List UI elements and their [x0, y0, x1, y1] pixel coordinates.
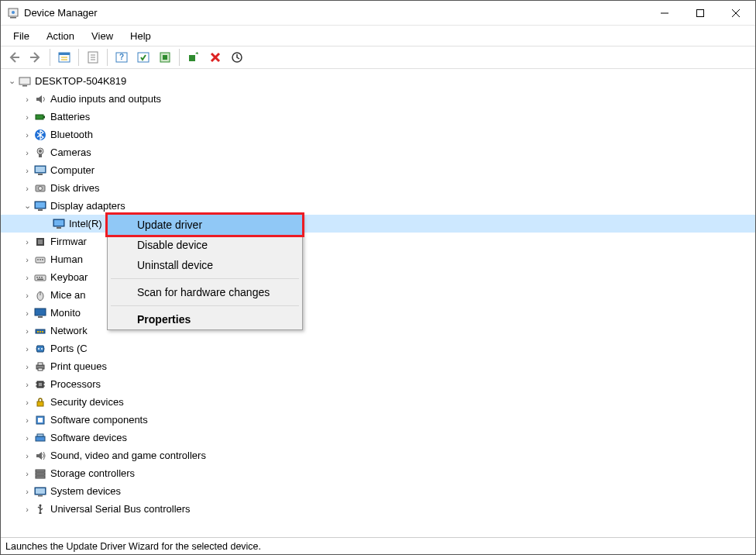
- swcomp-icon: [33, 413, 47, 427]
- properties-button[interactable]: [83, 47, 103, 67]
- expander-icon[interactable]: ›: [21, 467, 33, 480]
- tree-node-label: Ports (C: [50, 343, 94, 354]
- svg-rect-78: [36, 476, 45, 478]
- statusbar: Launches the Update Driver Wizard for th…: [1, 537, 755, 554]
- menu-view[interactable]: View: [84, 27, 121, 45]
- tree-node-storage[interactable]: › Storage controllers: [1, 464, 755, 482]
- context-uninstall-device[interactable]: Uninstall device: [108, 255, 302, 275]
- expander-icon[interactable]: ›: [21, 378, 33, 391]
- status-text: Launches the Update Driver Wizard for th…: [5, 541, 261, 552]
- menu-file[interactable]: File: [5, 27, 37, 45]
- expander-icon[interactable]: ›: [21, 111, 33, 123]
- expander-icon[interactable]: ›: [21, 129, 33, 141]
- expander-icon[interactable]: ›: [21, 93, 33, 105]
- svg-rect-4: [697, 9, 704, 16]
- expander-icon[interactable]: ›: [21, 307, 33, 319]
- expander-icon[interactable]: ›: [21, 182, 33, 195]
- nav-forward-button[interactable]: [26, 47, 46, 67]
- device-tree-container[interactable]: ⌄ DESKTOP-504K819 › Audio inputs and out…: [1, 69, 755, 537]
- tree-node-label: Storage controllers: [50, 467, 141, 479]
- battery-icon: [33, 110, 47, 124]
- svg-rect-64: [38, 368, 43, 371]
- menu-help[interactable]: Help: [122, 27, 159, 45]
- svg-rect-55: [38, 316, 43, 318]
- expander-icon[interactable]: ›: [21, 450, 33, 462]
- tree-node-label: Disk drives: [50, 182, 106, 194]
- show-all-button[interactable]: [54, 47, 74, 67]
- tree-node-print-queues[interactable]: › Print queues: [1, 357, 755, 375]
- toolbar-sep: [179, 49, 180, 66]
- svg-rect-71: [37, 402, 43, 406]
- expander-icon[interactable]: ›: [21, 253, 33, 266]
- expander-icon[interactable]: ›: [21, 325, 33, 337]
- tree-node-label: Audio inputs and outputs: [50, 93, 167, 105]
- tree-node-label: System devices: [50, 485, 127, 497]
- close-button[interactable]: [718, 2, 754, 25]
- expander-icon[interactable]: ›: [21, 164, 33, 177]
- context-disable-device[interactable]: Disable device: [108, 235, 302, 255]
- computer-icon: [33, 164, 47, 178]
- expander-icon[interactable]: ›: [21, 271, 33, 284]
- tree-node-sound[interactable]: › Sound, video and game controllers: [1, 446, 755, 464]
- tree-node-cameras[interactable]: › Cameras: [1, 143, 755, 161]
- toolbar-sep: [50, 49, 50, 66]
- menubar: File Action View Help: [1, 26, 755, 46]
- tree-node-batteries[interactable]: › Batteries: [1, 108, 755, 126]
- svg-rect-49: [39, 277, 40, 278]
- expander-icon[interactable]: ⌄: [5, 75, 18, 88]
- svg-rect-1: [10, 17, 16, 19]
- uninstall-button[interactable]: [205, 47, 225, 67]
- context-scan-hardware[interactable]: Scan for hardware changes: [108, 282, 302, 302]
- expander-icon[interactable]: ›: [21, 485, 33, 498]
- tree-node-security[interactable]: › Security devices: [1, 393, 755, 411]
- menu-action[interactable]: Action: [39, 27, 82, 45]
- expander-icon[interactable]: ›: [21, 147, 33, 159]
- svg-point-2: [12, 11, 15, 14]
- tree-node-sw-components[interactable]: › Software components: [1, 411, 755, 429]
- tree-node-usb[interactable]: › Universal Serial Bus controllers: [1, 500, 755, 518]
- minimize-button[interactable]: [647, 2, 682, 25]
- tree-node-disk[interactable]: › Disk drives: [1, 179, 755, 197]
- expander-icon[interactable]: ›: [21, 360, 33, 373]
- audio-icon: [33, 92, 47, 106]
- expander-icon[interactable]: ›: [21, 236, 33, 248]
- tree-node-label: Software devices: [50, 432, 133, 443]
- tree-root[interactable]: ⌄ DESKTOP-504K819: [1, 72, 755, 90]
- maximize-button[interactable]: [682, 2, 718, 25]
- help-button[interactable]: ?: [112, 47, 132, 67]
- tree-node-ports[interactable]: › Ports (C: [1, 340, 755, 357]
- svg-rect-42: [38, 240, 43, 244]
- bluetooth-icon: [33, 128, 47, 142]
- svg-rect-48: [36, 277, 38, 278]
- expander-icon[interactable]: ⌄: [21, 200, 33, 212]
- context-update-driver[interactable]: Update driver: [105, 212, 304, 237]
- tree-node-label: Display adapters: [50, 200, 132, 212]
- expander-icon[interactable]: ›: [21, 396, 33, 408]
- storage-icon: [33, 467, 47, 481]
- svg-point-45: [40, 259, 41, 260]
- title-area: Device Manager: [7, 7, 647, 19]
- svg-rect-59: [42, 331, 43, 333]
- tree-node-processors[interactable]: › Processors: [1, 375, 755, 393]
- context-properties[interactable]: Properties: [108, 309, 302, 329]
- update-driver-button[interactable]: [155, 47, 175, 67]
- context-sep: [111, 305, 299, 306]
- tree-node-audio[interactable]: › Audio inputs and outputs: [1, 90, 755, 108]
- tree-node-computer[interactable]: › Computer: [1, 161, 755, 179]
- expander-icon[interactable]: ›: [21, 503, 33, 515]
- expander-icon[interactable]: ›: [21, 432, 33, 444]
- svg-rect-50: [41, 277, 43, 278]
- tree-node-system[interactable]: › System devices: [1, 482, 755, 500]
- svg-rect-75: [37, 434, 43, 436]
- svg-rect-77: [36, 473, 45, 475]
- nav-back-button[interactable]: [4, 47, 24, 67]
- tree-node-label: Network: [50, 325, 94, 336]
- expander-icon[interactable]: ›: [21, 343, 33, 355]
- tree-node-bluetooth[interactable]: › Bluetooth: [1, 126, 755, 143]
- disable-button[interactable]: [227, 47, 247, 67]
- expander-icon[interactable]: ›: [21, 414, 33, 426]
- expander-icon[interactable]: ›: [21, 289, 33, 302]
- tree-node-sw-devices[interactable]: › Software devices: [1, 429, 755, 446]
- enable-button[interactable]: [133, 47, 153, 67]
- scan-hardware-button[interactable]: [184, 47, 204, 67]
